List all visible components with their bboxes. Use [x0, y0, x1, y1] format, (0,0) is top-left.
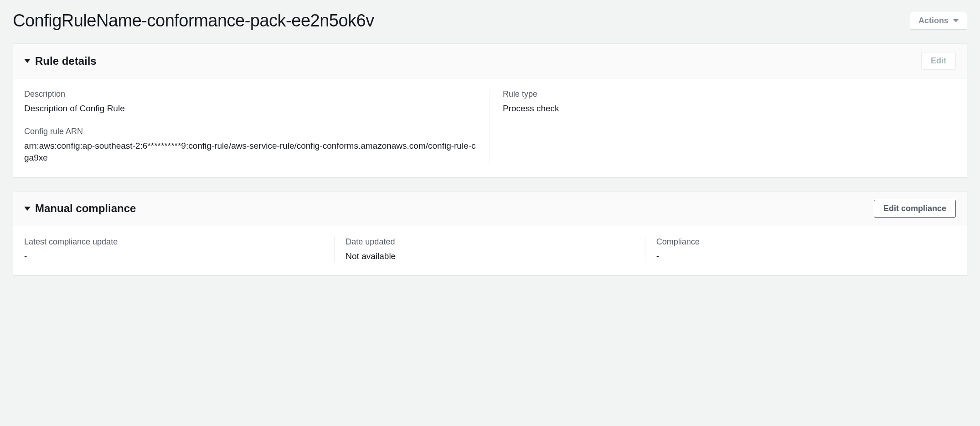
latest-update-col: Latest compliance update - [24, 237, 335, 263]
description-label: Description [24, 89, 477, 99]
manual-compliance-panel-header: Manual compliance Edit compliance [13, 192, 967, 226]
collapse-caret-icon[interactable] [24, 59, 31, 63]
arn-label: Config rule ARN [24, 127, 477, 136]
rule-type-label: Rule type [503, 89, 956, 99]
panel-title-wrap: Manual compliance [24, 202, 136, 215]
manual-compliance-panel: Manual compliance Edit compliance Latest… [13, 191, 967, 276]
actions-button[interactable]: Actions [910, 12, 967, 30]
rule-details-title: Rule details [35, 55, 97, 68]
panel-title-wrap: Rule details [24, 55, 97, 68]
latest-update-label: Latest compliance update [24, 237, 323, 247]
manual-compliance-title: Manual compliance [35, 202, 136, 215]
rule-details-right-col: Rule type Process check [490, 89, 956, 164]
compliance-grid: Latest compliance update - Date updated … [24, 237, 956, 263]
date-updated-label: Date updated [346, 237, 634, 247]
page-title: ConfigRuleName-conformance-pack-ee2n5ok6… [13, 11, 374, 31]
collapse-caret-icon[interactable] [24, 207, 31, 211]
rule-details-body: Description Description of Config Rule C… [13, 78, 967, 177]
arn-field: Config rule ARN arn:aws:config:ap-southe… [24, 127, 477, 164]
date-updated-value: Not available [346, 250, 634, 263]
rule-details-left-col: Description Description of Config Rule C… [24, 89, 490, 164]
compliance-label: Compliance [656, 237, 945, 247]
caret-down-icon [953, 19, 959, 22]
edit-rule-button[interactable]: Edit [921, 52, 956, 70]
page-header: ConfigRuleName-conformance-pack-ee2n5ok6… [13, 11, 967, 31]
arn-value: arn:aws:config:ap-southeast-2:6*********… [24, 140, 477, 164]
rule-details-grid: Description Description of Config Rule C… [24, 89, 956, 164]
compliance-value: - [656, 250, 945, 263]
manual-compliance-body: Latest compliance update - Date updated … [13, 226, 967, 275]
latest-update-value: - [24, 250, 323, 263]
compliance-col: Compliance - [645, 237, 956, 263]
rule-details-panel-header: Rule details Edit [13, 44, 967, 78]
description-value: Description of Config Rule [24, 103, 477, 115]
actions-button-label: Actions [918, 16, 949, 26]
description-field: Description Description of Config Rule [24, 89, 477, 115]
date-updated-col: Date updated Not available [335, 237, 645, 263]
edit-compliance-button[interactable]: Edit compliance [874, 200, 956, 218]
rule-type-field: Rule type Process check [503, 89, 956, 115]
rule-details-panel: Rule details Edit Description Descriptio… [13, 43, 967, 177]
rule-type-value: Process check [503, 103, 956, 115]
